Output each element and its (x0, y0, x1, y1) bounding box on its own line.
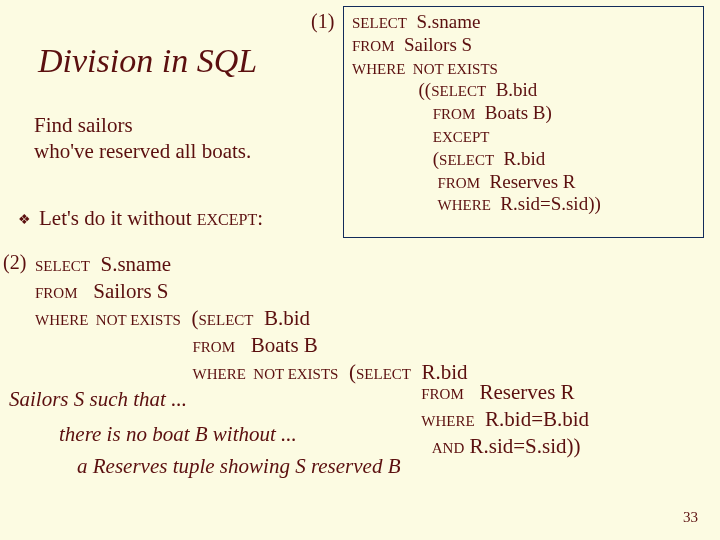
bullet-prefix: Let's do it without (39, 206, 197, 230)
q1-l9-kw: WHERE (438, 197, 491, 213)
q1-l2-rest: Sailors S (395, 34, 473, 55)
q2-l8-rest: R.sid=S.sid)) (464, 434, 580, 458)
q1-l4-kw: SELECT (431, 83, 486, 99)
q1-l8-kw: FROM (438, 175, 481, 191)
q2-l3-rest: B.bid (253, 306, 310, 330)
explain-line-1: Sailors S such that ... (9, 387, 187, 412)
q1-l5-rest: Boats B) (475, 102, 552, 123)
q1-l4-rest: B.bid (486, 79, 537, 100)
q1-l7-rest: R.bid (494, 148, 545, 169)
q2-l3-mid-kw: SELECT (198, 312, 253, 328)
bullet-text: Let's do it without EXCEPT: (39, 206, 263, 231)
query2-label: (2) (3, 251, 26, 274)
q2-l4-kw: FROM (193, 339, 236, 355)
q2-l7-kw: WHERE (421, 413, 474, 429)
slide-title: Division in SQL (38, 42, 257, 80)
q2-l6-rest: Reserves R (464, 380, 575, 404)
query2-tail: FROM Reserves R WHERE R.bid=B.bid AND R.… (353, 379, 589, 460)
q1-l5-kw: FROM (433, 106, 476, 122)
subtitle-line1: Find sailors (34, 113, 133, 137)
q1-l7-kw: SELECT (439, 152, 494, 168)
q1-l3-kw: WHERE NOT EXISTS (352, 61, 498, 77)
q1-l9-rest: R.sid=S.sid)) (491, 193, 601, 214)
q1-l6-kw: EXCEPT (433, 129, 490, 145)
query2-block: SELECT S.sname FROM Sailors S WHERE NOT … (35, 251, 468, 385)
q2-l6-kw: FROM (421, 386, 464, 402)
q1-l1-kw: SELECT (352, 15, 407, 31)
q1-l2-kw: FROM (352, 38, 395, 54)
q1-l1-rest: S.sname (407, 11, 480, 32)
bullet-except-kw: EXCEPT (197, 211, 257, 228)
q2-l7-rest: R.bid=B.bid (475, 407, 590, 431)
q2-l5-kw: WHERE NOT EXISTS (193, 366, 339, 382)
q2-l4-rest: Boats B (235, 333, 318, 357)
diamond-bullet-icon: ❖ (18, 211, 31, 228)
slide-number: 33 (683, 509, 698, 526)
subtitle-line2: who've reserved all boats. (34, 139, 251, 163)
q2-l8-kw: AND (432, 440, 465, 456)
query1-label: (1) (311, 10, 334, 33)
explain-line-3: a Reserves tuple showing S reserved B (77, 454, 400, 479)
q1-l8-rest: Reserves R (480, 171, 576, 192)
bullet-item: ❖ Let's do it without EXCEPT: (18, 206, 263, 231)
q2-l2-rest: Sailors S (78, 279, 169, 303)
query1-box: SELECT S.sname FROM Sailors S WHERE NOT … (343, 6, 704, 238)
q2-l3-kw: WHERE NOT EXISTS (35, 312, 181, 328)
q2-l1-rest: S.sname (90, 252, 171, 276)
bullet-suffix: : (257, 206, 263, 230)
q2-l1-kw: SELECT (35, 258, 90, 274)
explain-line-2: there is no boat B without ... (59, 422, 297, 447)
q2-l2-kw: FROM (35, 285, 78, 301)
subtitle: Find sailors who've reserved all boats. (34, 112, 251, 165)
